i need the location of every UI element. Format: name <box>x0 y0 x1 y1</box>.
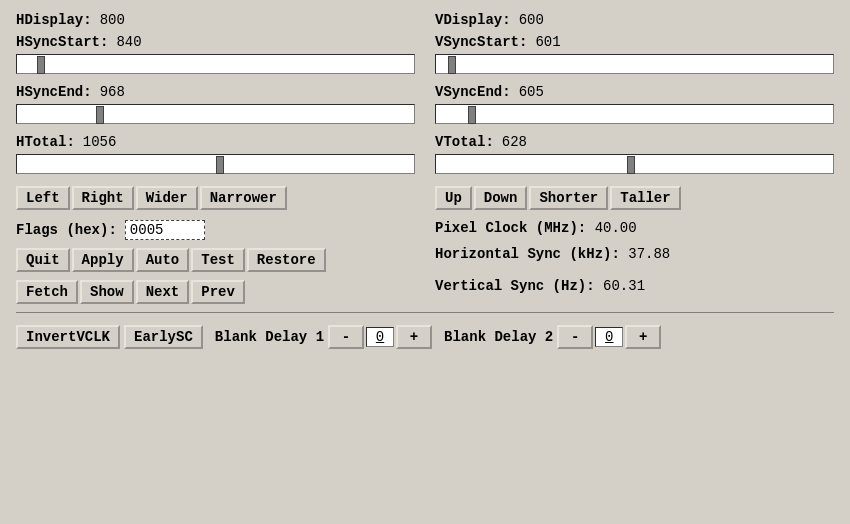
blank-delay-1-input[interactable] <box>366 327 394 347</box>
flags-info-row: Flags (hex): Pixel Clock (MHz): 40.00 <box>16 216 834 240</box>
info-col: Pixel Clock (MHz): 40.00 <box>435 216 834 240</box>
vsync-value: 60.31 <box>603 278 645 294</box>
blank-delay-1-plus[interactable]: + <box>396 325 432 349</box>
htotal-slider[interactable] <box>16 154 415 174</box>
test-button[interactable]: Test <box>191 248 245 272</box>
syncstart-row: HSyncStart: 840 VSyncStart: 601 <box>16 34 834 78</box>
vsyncend-slider[interactable] <box>435 104 834 124</box>
fetch-button[interactable]: Fetch <box>16 280 78 304</box>
hdisplay-value: 800 <box>100 12 125 28</box>
flags-section: Flags (hex): <box>16 220 415 240</box>
pixel-clock-label: Pixel Clock (MHz): <box>435 220 586 236</box>
taller-button[interactable]: Taller <box>610 186 680 210</box>
vsyncend-value: 605 <box>519 84 544 100</box>
blank-delay-1-minus[interactable]: - <box>328 325 364 349</box>
vsyncstart-col: VSyncStart: 601 <box>435 34 834 78</box>
vtotal-value: 628 <box>502 134 527 150</box>
h-direction-buttons: Left Right Wider Narrower <box>16 186 415 210</box>
hsyncend-col: HSyncEnd: 968 <box>16 84 415 128</box>
narrower-button[interactable]: Narrower <box>200 186 287 210</box>
vsync-line: Vertical Sync (Hz): 60.31 <box>435 278 834 294</box>
hsyncstart-label-row: HSyncStart: 840 <box>16 34 415 50</box>
blank-delay-1-group: - + <box>328 325 432 349</box>
vsyncstart-slider[interactable] <box>435 54 834 74</box>
hdisplay-label: HDisplay: <box>16 12 92 28</box>
restore-button[interactable]: Restore <box>247 248 326 272</box>
hsyncstart-col: HSyncStart: 840 <box>16 34 415 78</box>
v-direction-buttons: Up Down Shorter Taller <box>435 186 834 210</box>
hsync-col: Horizontal Sync (kHz): 37.88 <box>435 246 834 272</box>
down-button[interactable]: Down <box>474 186 528 210</box>
blank-delay-1-label: Blank Delay 1 <box>215 329 324 345</box>
display-row: HDisplay: 800 VDisplay: 600 <box>16 12 834 28</box>
vtotal-label: VTotal: <box>435 134 494 150</box>
divider <box>16 312 834 313</box>
pixel-clock-line: Pixel Clock (MHz): 40.00 <box>435 220 834 236</box>
blank-delay-2-minus[interactable]: - <box>557 325 593 349</box>
quit-button[interactable]: Quit <box>16 248 70 272</box>
htotal-col: HTotal: 1056 <box>16 134 415 178</box>
wider-button[interactable]: Wider <box>136 186 198 210</box>
h-buttons-col: Left Right Wider Narrower <box>16 184 415 210</box>
vdisplay-row: VDisplay: 600 <box>435 12 834 28</box>
shorter-button[interactable]: Shorter <box>529 186 608 210</box>
vdisplay-label: VDisplay: <box>435 12 511 28</box>
action-hsync-row: Quit Apply Auto Test Restore Horizontal … <box>16 246 834 272</box>
vdisplay-value: 600 <box>519 12 544 28</box>
total-row: HTotal: 1056 VTotal: 628 <box>16 134 834 178</box>
next-button[interactable]: Next <box>136 280 190 304</box>
fetch-col: Fetch Show Next Prev <box>16 278 415 304</box>
v-buttons-col: Up Down Shorter Taller <box>435 184 834 210</box>
action-buttons: Quit Apply Auto Test Restore <box>16 248 415 272</box>
hdisplay-row: HDisplay: 800 <box>16 12 415 28</box>
fetch-vsync-row: Fetch Show Next Prev Vertical Sync (Hz):… <box>16 278 834 304</box>
vtotal-label-row: VTotal: 628 <box>435 134 834 150</box>
prev-button[interactable]: Prev <box>191 280 245 304</box>
vtotal-slider[interactable] <box>435 154 834 174</box>
hsync-line: Horizontal Sync (kHz): 37.88 <box>435 246 834 262</box>
direction-row: Left Right Wider Narrower Up Down Shorte… <box>16 184 834 210</box>
blank-delay-2-group: - + <box>557 325 661 349</box>
hsyncend-label-row: HSyncEnd: 968 <box>16 84 415 100</box>
h-col: HDisplay: 800 <box>16 12 415 28</box>
hsyncstart-slider[interactable] <box>16 54 415 74</box>
vsync-label: Vertical Sync (Hz): <box>435 278 595 294</box>
flags-label: Flags (hex): <box>16 222 117 238</box>
flags-col: Flags (hex): <box>16 216 415 240</box>
invertVCLK-button[interactable]: InvertVCLK <box>16 325 120 349</box>
left-button[interactable]: Left <box>16 186 70 210</box>
vsync-col: Vertical Sync (Hz): 60.31 <box>435 278 834 304</box>
right-button[interactable]: Right <box>72 186 134 210</box>
hsync-label: Horizontal Sync (kHz): <box>435 246 620 262</box>
action-col: Quit Apply Auto Test Restore <box>16 246 415 272</box>
up-button[interactable]: Up <box>435 186 472 210</box>
main-container: HDisplay: 800 VDisplay: 600 HSyncStart: … <box>16 12 834 349</box>
bottom-row: InvertVCLK EarlySC Blank Delay 1 - + Bla… <box>16 325 834 349</box>
fetch-buttons: Fetch Show Next Prev <box>16 280 415 304</box>
apply-button[interactable]: Apply <box>72 248 134 272</box>
blank-delay-2-label: Blank Delay 2 <box>444 329 553 345</box>
hsyncstart-label: HSyncStart: <box>16 34 108 50</box>
vsyncstart-value: 601 <box>535 34 560 50</box>
htotal-label-row: HTotal: 1056 <box>16 134 415 150</box>
pixel-clock-value: 40.00 <box>595 220 637 236</box>
info-section: Pixel Clock (MHz): 40.00 <box>435 220 834 236</box>
vsyncend-col: VSyncEnd: 605 <box>435 84 834 128</box>
auto-button[interactable]: Auto <box>136 248 190 272</box>
vsyncstart-label: VSyncStart: <box>435 34 527 50</box>
hsyncstart-value: 840 <box>116 34 141 50</box>
vsyncend-label-row: VSyncEnd: 605 <box>435 84 834 100</box>
hsyncend-value: 968 <box>100 84 125 100</box>
vtotal-col: VTotal: 628 <box>435 134 834 178</box>
vsyncstart-label-row: VSyncStart: 601 <box>435 34 834 50</box>
hsync-value: 37.88 <box>628 246 670 262</box>
v-col: VDisplay: 600 <box>435 12 834 28</box>
earlySC-button[interactable]: EarlySC <box>124 325 203 349</box>
flags-input[interactable] <box>125 220 205 240</box>
blank-delay-2-plus[interactable]: + <box>625 325 661 349</box>
vsyncend-label: VSyncEnd: <box>435 84 511 100</box>
blank-delay-2-input[interactable] <box>595 327 623 347</box>
show-button[interactable]: Show <box>80 280 134 304</box>
hsyncend-label: HSyncEnd: <box>16 84 92 100</box>
hsyncend-slider[interactable] <box>16 104 415 124</box>
